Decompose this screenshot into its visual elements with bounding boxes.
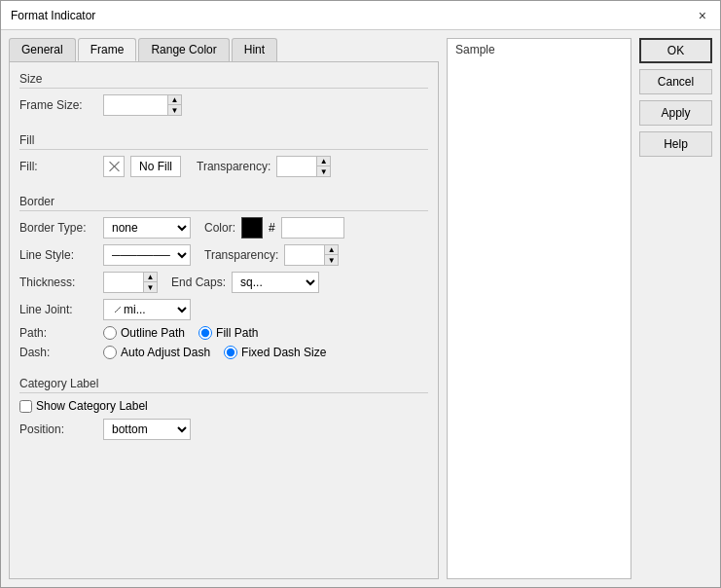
fixed-dash-size-radio[interactable] (224, 346, 237, 359)
path-label: Path: (19, 326, 97, 340)
border-transparency-spinner-buttons: ▲ ▼ (324, 245, 338, 265)
auto-adjust-dash-label: Auto Adjust Dash (121, 346, 210, 359)
outline-path-option[interactable]: Outline Path (103, 326, 185, 340)
border-transparency-spinner[interactable]: 0 % ▲ ▼ (284, 244, 339, 266)
title-bar: Format Indicator × (1, 1, 720, 30)
thickness-down[interactable]: ▼ (143, 282, 157, 292)
dash-label: Dash: (19, 346, 97, 359)
auto-adjust-dash-radio[interactable] (103, 346, 117, 359)
frame-size-row: Frame Size: 100 % ▲ ▼ (19, 94, 428, 116)
fill-section: Fill Fill: No Fill Transparency: 0 % ▲ (19, 133, 428, 183)
line-joint-select[interactable]: ⟋mi... (103, 299, 191, 320)
thickness-up[interactable]: ▲ (143, 273, 157, 282)
position-label: Position: (19, 423, 97, 436)
close-button[interactable]: × (695, 8, 710, 23)
tab-hint[interactable]: Hint (232, 38, 277, 61)
format-indicator-dialog: Format Indicator × General Frame Range C… (0, 0, 721, 588)
show-category-checkbox[interactable] (19, 400, 32, 413)
tab-content: Size Frame Size: 100 % ▲ ▼ (9, 61, 439, 579)
fill-transparency-spinner-buttons: ▲ ▼ (316, 157, 330, 176)
frame-size-input[interactable]: 100 % (104, 95, 167, 115)
fill-path-label: Fill Path (216, 326, 258, 340)
color-hex-input[interactable]: 000000 (281, 217, 344, 239)
thickness-input[interactable]: 1 px (104, 273, 143, 292)
apply-button[interactable]: Apply (639, 100, 712, 126)
border-type-label: Border Type: (19, 221, 97, 235)
right-section: Sample OK Cancel Apply Help (447, 38, 712, 579)
end-caps-label: End Caps: (171, 276, 226, 289)
fill-transparency-down[interactable]: ▼ (316, 166, 330, 176)
color-label: Color: (204, 221, 235, 235)
position-select[interactable]: bottom (103, 419, 191, 440)
thickness-spinner[interactable]: 1 px ▲ ▼ (103, 272, 158, 293)
fixed-dash-size-label: Fixed Dash Size (241, 346, 326, 359)
border-type-select[interactable]: none (103, 217, 191, 239)
sample-label: Sample (448, 39, 631, 60)
dash-radio-group: Auto Adjust Dash Fixed Dash Size (103, 346, 326, 359)
frame-size-spinner-buttons: ▲ ▼ (167, 95, 181, 115)
line-style-row: Line Style: ──────── Transparency: 0 % ▲… (19, 244, 428, 266)
fill-transparency-up[interactable]: ▲ (316, 157, 330, 166)
border-transparency-down[interactable]: ▼ (324, 255, 338, 265)
border-transparency-input[interactable]: 0 % (285, 245, 324, 265)
dialog-body: General Frame Range Color Hint Size Fram… (1, 30, 720, 587)
tab-general[interactable]: General (9, 38, 76, 61)
size-section: Size Frame Size: 100 % ▲ ▼ (19, 72, 428, 122)
category-label-section: Category Label Show Category Label Posit… (19, 377, 428, 446)
fill-section-title: Fill (19, 133, 428, 150)
path-radio-group: Outline Path Fill Path (103, 326, 258, 340)
fill-preview[interactable] (103, 156, 125, 177)
show-category-label-option[interactable]: Show Category Label (19, 399, 148, 413)
fill-row: Fill: No Fill Transparency: 0 % ▲ ▼ (19, 156, 428, 177)
outline-path-label: Outline Path (121, 326, 185, 340)
fill-path-radio[interactable] (198, 326, 212, 340)
end-caps-select[interactable]: sq... (232, 272, 319, 293)
fill-transparency-label: Transparency: (197, 160, 270, 173)
tab-range-color[interactable]: Range Color (138, 38, 229, 61)
line-joint-row: Line Joint: ⟋mi... (19, 299, 428, 320)
thickness-label: Thickness: (19, 276, 97, 289)
border-transparency-label: Transparency: (204, 248, 278, 262)
dash-row: Dash: Auto Adjust Dash Fixed Dash Size (19, 346, 428, 359)
frame-size-spinner[interactable]: 100 % ▲ ▼ (103, 94, 182, 116)
border-section-title: Border (19, 195, 428, 211)
border-type-row: Border Type: none Color: # 000000 (19, 217, 428, 239)
color-swatch[interactable] (241, 217, 263, 239)
fixed-dash-size-option[interactable]: Fixed Dash Size (224, 346, 326, 359)
line-joint-label: Line Joint: (19, 303, 97, 316)
hash-symbol: # (269, 221, 275, 235)
thickness-spinner-buttons: ▲ ▼ (143, 273, 157, 292)
path-row: Path: Outline Path Fill Path (19, 326, 428, 340)
thickness-row: Thickness: 1 px ▲ ▼ End Caps: sq... (19, 272, 428, 293)
fill-label: Fill: (19, 160, 97, 173)
frame-size-up[interactable]: ▲ (167, 95, 181, 105)
fill-value[interactable]: No Fill (130, 156, 181, 177)
sample-panel: Sample (447, 38, 631, 579)
fill-transparency-spinner[interactable]: 0 % ▲ ▼ (276, 156, 331, 177)
outline-path-radio[interactable] (103, 326, 117, 340)
cancel-button[interactable]: Cancel (639, 69, 712, 94)
auto-adjust-dash-option[interactable]: Auto Adjust Dash (103, 346, 210, 359)
help-button[interactable]: Help (639, 131, 712, 157)
ok-button[interactable]: OK (639, 38, 712, 63)
tab-frame[interactable]: Frame (78, 38, 137, 61)
fill-pattern-icon (107, 160, 121, 173)
line-style-select[interactable]: ──────── (103, 244, 191, 266)
button-panel: OK Cancel Apply Help (639, 38, 712, 579)
tab-bar: General Frame Range Color Hint (9, 38, 439, 61)
show-category-text: Show Category Label (36, 399, 148, 413)
position-row: Position: bottom (19, 419, 428, 440)
category-label-title: Category Label (19, 377, 428, 393)
border-transparency-up[interactable]: ▲ (324, 245, 338, 255)
left-panel: General Frame Range Color Hint Size Fram… (9, 38, 439, 579)
fill-path-option[interactable]: Fill Path (198, 326, 258, 340)
border-section: Border Border Type: none Color: # 000000 (19, 195, 428, 365)
frame-size-down[interactable]: ▼ (167, 105, 181, 115)
dialog-title: Format Indicator (11, 9, 95, 22)
fill-transparency-input[interactable]: 0 % (277, 157, 316, 176)
show-category-row: Show Category Label (19, 399, 428, 413)
frame-size-label: Frame Size: (19, 98, 97, 112)
line-style-label: Line Style: (19, 248, 97, 262)
size-section-title: Size (19, 72, 428, 89)
